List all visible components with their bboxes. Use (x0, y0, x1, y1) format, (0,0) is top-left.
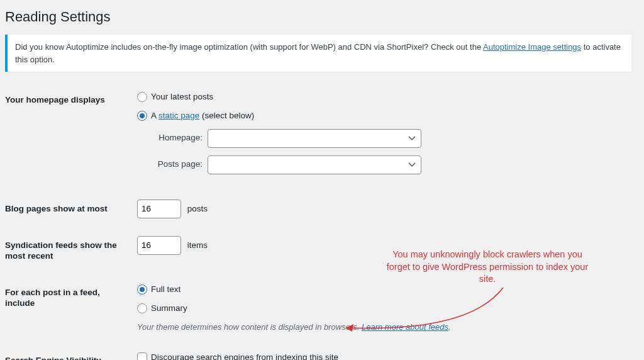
blog-pages-input[interactable] (137, 200, 181, 218)
discourage-checkbox-label[interactable]: Discourage search engines from indexing … (151, 351, 338, 360)
feed-content-desc: Your theme determines how content is dis… (137, 321, 625, 334)
visibility-label: Search Engine Visibility (5, 342, 131, 360)
homepage-select-label: Homepage: (152, 132, 203, 144)
discourage-checkbox[interactable] (137, 352, 147, 360)
page-title: Reading Settings (5, 6, 631, 27)
syndication-input[interactable] (137, 236, 181, 255)
feed-desc-prefix: Your theme determines how content is dis… (137, 322, 362, 332)
homepage-displays-label: Your homepage displays (5, 82, 131, 191)
static-suffix: (select below) (199, 111, 254, 120)
autoptimize-notice: Did you know Autoptimize includes on-the… (5, 35, 631, 72)
radio-latest-posts[interactable] (137, 92, 147, 102)
syndication-unit: items (187, 240, 208, 250)
learn-more-feeds-link[interactable]: Learn more about feeds (362, 322, 448, 332)
radio-full-text-label[interactable]: Full text (151, 283, 180, 296)
radio-summary[interactable] (137, 303, 147, 313)
blog-pages-label: Blog pages show at most (5, 191, 131, 227)
static-prefix: A (151, 111, 158, 120)
feed-content-label: For each post in a feed, include (5, 274, 131, 342)
feed-desc-suffix: . (448, 322, 451, 332)
radio-latest-posts-label[interactable]: Your latest posts (151, 91, 213, 103)
radio-static-page-label[interactable]: A static page (select below) (151, 110, 254, 122)
syndication-label: Syndication feeds show the most recent (5, 227, 131, 274)
notice-text-prefix: Did you know Autoptimize includes on-the… (15, 42, 483, 52)
postspage-select-label: Posts page: (152, 158, 203, 171)
postspage-select[interactable] (208, 155, 421, 174)
radio-summary-label[interactable]: Summary (151, 302, 187, 315)
blog-pages-unit: posts (187, 204, 208, 213)
homepage-select[interactable] (208, 129, 421, 148)
notice-link[interactable]: Autoptimize Image settings (483, 42, 581, 52)
static-page-link[interactable]: static page (158, 111, 199, 120)
radio-full-text[interactable] (137, 284, 147, 295)
annotation-text: You may unknowingly block crawlers when … (380, 249, 594, 286)
radio-static-page[interactable] (137, 111, 147, 121)
